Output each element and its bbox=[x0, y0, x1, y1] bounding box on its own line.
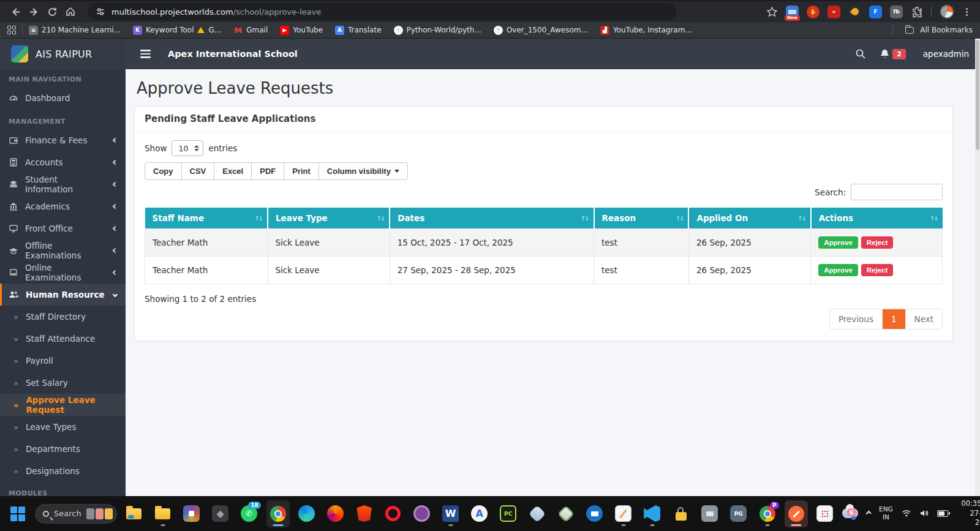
vscode-icon[interactable] bbox=[641, 500, 664, 527]
address-bar[interactable]: multischool.projectworlds.com/school/app… bbox=[88, 3, 676, 20]
column-header-leave-type[interactable]: Leave Type↑↓ bbox=[268, 208, 390, 229]
extension-adblock-icon[interactable]: ✋ bbox=[807, 6, 820, 18]
extension-new-icon[interactable]: New bbox=[786, 6, 799, 18]
notifications-button[interactable]: 2 bbox=[880, 48, 906, 59]
bookmark-item[interactable]: KKeyword ToolG... bbox=[133, 26, 221, 35]
bookmark-item[interactable]: ꞏPython-World/pyth... bbox=[394, 26, 481, 35]
sidebar-item-student-information[interactable]: Student Information bbox=[0, 173, 126, 195]
battery-icon[interactable] bbox=[937, 510, 948, 517]
forward-icon[interactable] bbox=[24, 3, 43, 20]
extension-f-icon[interactable]: F bbox=[869, 6, 882, 18]
whatsapp-icon[interactable]: ✆18 bbox=[238, 500, 261, 527]
tor-browser-icon[interactable] bbox=[410, 500, 434, 527]
language-indicator[interactable]: ENG IN bbox=[879, 505, 893, 521]
browser-menu-icon[interactable] bbox=[962, 6, 971, 18]
sidebar-subitem-payroll[interactable]: »Payroll bbox=[0, 350, 126, 372]
column-header-staff-name[interactable]: Staff Name↑↓ bbox=[145, 208, 268, 229]
excel-button[interactable]: Excel bbox=[214, 162, 252, 180]
netbeans-icon[interactable] bbox=[554, 500, 578, 527]
copy-button[interactable]: Copy bbox=[145, 162, 182, 180]
sidebar-subitem-staff-directory[interactable]: »Staff Directory bbox=[0, 306, 126, 328]
sidebar-subitem-staff-attendance[interactable]: »Staff Attendance bbox=[0, 328, 126, 350]
apps-grid-icon[interactable] bbox=[7, 26, 16, 34]
next-page-button[interactable]: Next bbox=[905, 309, 942, 329]
profile-avatar[interactable] bbox=[940, 4, 954, 19]
postgresql-icon[interactable]: PG bbox=[727, 500, 750, 527]
sidebar-item-accounts[interactable]: Accounts bbox=[0, 151, 126, 173]
bookmark-item[interactable]: ATranslate bbox=[335, 26, 382, 35]
sidebar-item-front-office[interactable]: Front Office bbox=[0, 217, 126, 239]
bookmark-item[interactable]: ▶YouTube bbox=[280, 26, 323, 35]
file-explorer-icon[interactable] bbox=[151, 500, 175, 527]
cube-app-icon[interactable] bbox=[526, 500, 549, 527]
photos-app-icon[interactable] bbox=[180, 500, 203, 527]
chrome-icon[interactable] bbox=[266, 500, 290, 527]
sidebar-item-finance-fees[interactable]: Finance & Fees bbox=[0, 129, 126, 151]
reload-icon[interactable] bbox=[43, 3, 61, 20]
weather-widget[interactable]: 6 bbox=[842, 508, 858, 518]
page-length-select[interactable]: 10 bbox=[172, 140, 203, 156]
reject-button[interactable]: Reject bbox=[861, 264, 894, 276]
sidebar-item-offline-examinations[interactable]: Offline Examinations bbox=[0, 239, 126, 262]
sidebar-subitem-departments[interactable]: »Departments bbox=[0, 438, 126, 460]
bookmark-item[interactable]: ꞏOver_1500_Awesom... bbox=[494, 26, 588, 35]
search-icon[interactable] bbox=[855, 48, 866, 59]
pdf-button[interactable]: PDF bbox=[251, 162, 284, 180]
bookmark-item[interactable]: ≡210 Machine Learni... bbox=[29, 26, 121, 35]
edge-icon[interactable] bbox=[295, 500, 318, 527]
snipping-tool-icon[interactable] bbox=[813, 500, 837, 527]
all-bookmarks[interactable]: All Bookmarks bbox=[892, 25, 973, 35]
extension-fb-icon[interactable]: fb bbox=[890, 6, 903, 18]
sidebar-item-online-examinations[interactable]: Online Examinations bbox=[0, 262, 126, 284]
opera-icon[interactable] bbox=[382, 500, 405, 527]
column-header-reason[interactable]: Reason↑↓ bbox=[594, 208, 689, 229]
sidebar-subitem-designations[interactable]: »Designations bbox=[0, 460, 126, 482]
csv-button[interactable]: CSV bbox=[181, 162, 215, 180]
taskbar-search[interactable]: Search bbox=[35, 504, 117, 524]
column-header-actions[interactable]: Actions↑↓ bbox=[811, 208, 943, 229]
onedrive-folder-icon[interactable] bbox=[123, 500, 146, 527]
extensions-puzzle-icon[interactable] bbox=[911, 6, 923, 18]
hamburger-menu-icon[interactable] bbox=[137, 46, 154, 62]
back-icon[interactable] bbox=[6, 3, 24, 20]
column-header-dates[interactable]: Dates↑↓ bbox=[390, 208, 594, 229]
sidebar-item-dashboard[interactable]: Dashboard bbox=[0, 87, 126, 109]
start-button[interactable] bbox=[6, 500, 29, 527]
winscp-icon[interactable] bbox=[669, 500, 693, 527]
tray-overflow-icon[interactable] bbox=[865, 511, 871, 516]
pycharm-icon[interactable]: PC bbox=[497, 500, 520, 527]
remote-desktop-icon[interactable] bbox=[698, 500, 722, 527]
sidebar-subitem-set-salary[interactable]: »Set Salary bbox=[0, 372, 126, 394]
home-icon[interactable] bbox=[61, 3, 80, 20]
print-button[interactable]: Print bbox=[284, 162, 319, 180]
postman-icon[interactable] bbox=[785, 500, 808, 527]
app-store-a-icon[interactable]: A bbox=[468, 500, 491, 527]
site-settings-icon[interactable] bbox=[96, 7, 105, 17]
page-number-button[interactable]: 1 bbox=[882, 309, 905, 329]
teamviewer-icon[interactable] bbox=[583, 500, 606, 527]
sidebar-item-human-resource[interactable]: Human Resource bbox=[0, 284, 126, 306]
column-visibility-button[interactable]: Column visibility bbox=[318, 162, 408, 180]
column-header-applied-on[interactable]: Applied On↑↓ bbox=[688, 208, 810, 229]
notepad-icon[interactable] bbox=[612, 500, 635, 527]
user-menu[interactable]: apexadmin bbox=[923, 49, 969, 59]
brave-icon[interactable] bbox=[353, 500, 376, 527]
sidebar-item-academics[interactable]: Academics bbox=[0, 195, 126, 217]
dark-3d-app-icon[interactable]: ◆ bbox=[209, 500, 232, 527]
wifi-icon[interactable] bbox=[902, 509, 911, 518]
brand[interactable]: AIS RAIPUR bbox=[0, 39, 126, 69]
bookmark-item[interactable]: ▟YouTube, Instagram... bbox=[600, 26, 692, 35]
approve-button[interactable]: Approve bbox=[818, 264, 858, 276]
word-icon[interactable]: W bbox=[439, 500, 462, 527]
firefox-icon[interactable] bbox=[324, 500, 347, 527]
page-scrollbar[interactable] bbox=[975, 39, 980, 496]
bookmark-item[interactable]: MGmail bbox=[233, 26, 268, 35]
approve-button[interactable]: Approve bbox=[818, 236, 858, 249]
sidebar-subitem-approve-leave-request[interactable]: »Approve Leave Request bbox=[0, 394, 126, 416]
extension-swirl-icon[interactable] bbox=[848, 6, 861, 18]
clock[interactable]: 00:35:34 27-09-2025 bbox=[957, 499, 980, 528]
reject-button[interactable]: Reject bbox=[861, 236, 894, 249]
extension-fastforward-icon[interactable]: » bbox=[827, 6, 840, 18]
sidebar-subitem-leave-types[interactable]: »Leave Types bbox=[0, 416, 126, 438]
search-input[interactable] bbox=[851, 184, 943, 200]
